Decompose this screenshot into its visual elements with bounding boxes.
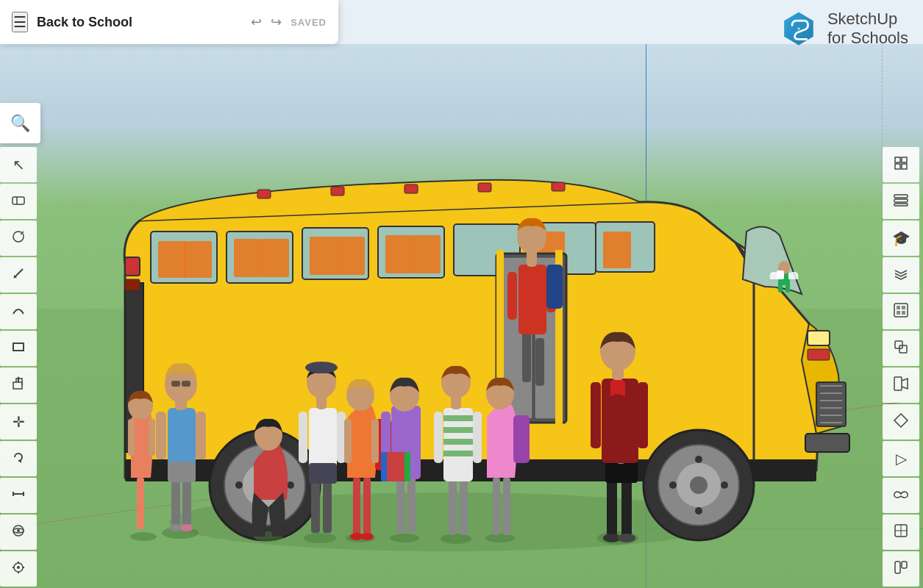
arc-icon: [11, 303, 26, 321]
pencil-tool-button[interactable]: [0, 257, 37, 293]
svg-point-20: [235, 481, 243, 489]
svg-rect-127: [621, 474, 632, 537]
scenes-icon: [893, 302, 909, 322]
svg-rect-117: [473, 412, 482, 463]
svg-rect-71: [171, 381, 180, 387]
svg-point-11: [695, 507, 702, 514]
svg-rect-92: [363, 478, 371, 535]
svg-rect-197: [902, 562, 907, 568]
svg-rect-126: [607, 474, 617, 537]
svg-marker-162: [18, 459, 21, 463]
svg-rect-191: [894, 377, 902, 390]
solid-tools-icon: [893, 339, 909, 359]
xr-tools-button[interactable]: [883, 478, 919, 513]
camera-tools-button[interactable]: [883, 368, 919, 403]
tape-measure-button[interactable]: [0, 478, 37, 513]
svg-rect-52: [552, 182, 565, 191]
rectangle-icon: [11, 340, 26, 358]
instructor-button[interactable]: 🎓: [883, 220, 919, 256]
svg-rect-151: [13, 197, 24, 204]
svg-rect-181: [894, 195, 908, 198]
svg-rect-84: [309, 463, 337, 484]
rectangle-tool-button[interactable]: [0, 331, 37, 366]
move-tool-button[interactable]: ✛: [0, 404, 37, 440]
3d-warehouse-button[interactable]: ▷: [883, 441, 919, 476]
paint-bucket-button[interactable]: [0, 220, 37, 256]
svg-rect-67: [156, 412, 166, 459]
3d-warehouse-icon: ▷: [896, 450, 907, 467]
svg-rect-115: [443, 451, 473, 456]
svg-rect-35: [413, 235, 441, 273]
svg-rect-189: [895, 341, 902, 348]
diamond-button[interactable]: [883, 404, 919, 440]
svg-rect-159: [13, 382, 22, 389]
canvas-area[interactable]: [0, 44, 923, 588]
eraser-tool-button[interactable]: [0, 184, 37, 219]
svg-rect-50: [405, 184, 418, 193]
svg-rect-178: [902, 157, 907, 162]
svg-rect-186: [902, 306, 905, 309]
scenes-button[interactable]: [883, 294, 919, 329]
svg-rect-68: [196, 412, 206, 459]
svg-rect-147: [778, 278, 783, 293]
svg-rect-91: [353, 478, 360, 535]
ext2-button[interactable]: [883, 551, 919, 587]
svg-point-8: [690, 476, 708, 494]
brand-name: SketchUp for Schools: [827, 10, 908, 49]
left-toolbar: ↖ ✛: [0, 147, 40, 588]
svg-rect-74: [137, 478, 144, 529]
undo-button[interactable]: ↩: [251, 14, 262, 30]
camera-tools-icon: [893, 376, 909, 395]
components-icon: [893, 155, 909, 175]
svg-rect-44: [808, 331, 830, 345]
svg-rect-185: [897, 306, 900, 309]
solid-tools-button[interactable]: [883, 331, 919, 366]
instructor-icon: 🎓: [892, 229, 910, 247]
top-toolbar: ☰ Back to School ↩ ↪ SAVED: [0, 0, 338, 44]
rotate-tool-button[interactable]: [0, 441, 37, 476]
svg-point-120: [485, 534, 515, 542]
svg-rect-187: [897, 311, 900, 315]
svg-rect-51: [478, 183, 491, 192]
svg-rect-106: [405, 452, 410, 481]
menu-button[interactable]: ☰: [12, 12, 28, 32]
push-pull-button[interactable]: [0, 368, 37, 403]
svg-rect-145: [546, 265, 563, 309]
svg-rect-66: [168, 462, 196, 482]
redo-button[interactable]: ↪: [271, 14, 282, 30]
svg-marker-161: [17, 376, 20, 379]
svg-rect-139: [535, 338, 544, 386]
svg-rect-37: [603, 232, 631, 268]
orbit-icon: [11, 523, 26, 542]
svg-rect-135: [638, 382, 648, 448]
layers-icon: [893, 265, 909, 285]
svg-rect-28: [158, 241, 186, 278]
svg-point-12: [669, 481, 677, 489]
select-tool-button[interactable]: ↖: [0, 147, 37, 182]
styles-button[interactable]: [883, 184, 919, 219]
sketchup-logo-icon: [779, 9, 819, 49]
search-bar[interactable]: 🔍: [0, 103, 40, 143]
svg-rect-34: [385, 235, 413, 273]
svg-rect-53: [816, 382, 846, 426]
svg-point-108: [441, 534, 471, 544]
components-button[interactable]: [883, 147, 919, 182]
svg-rect-141: [507, 272, 517, 320]
svg-point-99: [390, 534, 419, 542]
arc-tool-button[interactable]: [0, 294, 37, 329]
svg-rect-33: [337, 237, 365, 275]
ext1-button[interactable]: [883, 514, 919, 550]
orbit-button[interactable]: [0, 514, 37, 550]
layers-button[interactable]: [883, 257, 919, 293]
svg-point-18: [287, 481, 294, 489]
right-toolbar: 🎓 ▷: [883, 147, 923, 587]
svg-point-129: [618, 534, 635, 542]
styles-icon: [893, 192, 909, 212]
svg-rect-122: [503, 478, 510, 535]
pan-icon: [11, 560, 26, 578]
ext2-icon: [893, 559, 909, 579]
svg-rect-104: [385, 452, 406, 481]
eraser-icon: [11, 193, 26, 211]
svg-rect-177: [895, 157, 900, 162]
pan-button[interactable]: [0, 551, 37, 587]
